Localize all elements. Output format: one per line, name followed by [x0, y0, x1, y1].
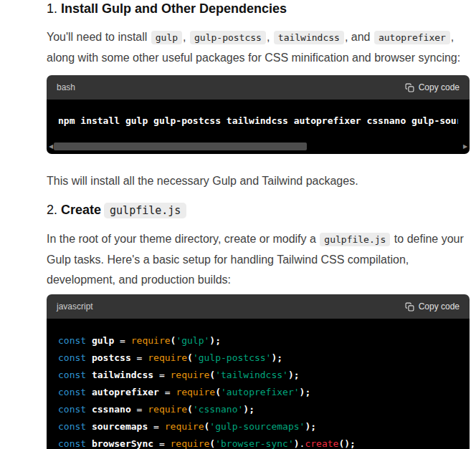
copy-icon [405, 302, 414, 312]
hscrollbar-thumb[interactable] [54, 143, 307, 150]
code-content: const gulp = require('gulp');const postc… [47, 319, 470, 449]
paragraph: In the root of your theme directory, cre… [47, 229, 470, 290]
inline-code: gulpfile.js [104, 203, 186, 218]
copy-code-button[interactable]: Copy code [405, 82, 460, 92]
text-segment: , [183, 31, 189, 43]
heading-number: 1. [47, 1, 61, 16]
heading-number: 2. [47, 203, 61, 217]
section-heading-2: 2. Creategulpfile.js [47, 200, 470, 221]
heading-title: Create [61, 203, 101, 217]
scroll-left-arrow-icon[interactable]: ◀ [48, 141, 54, 152]
code-line: npm install gulp gulp-postcss tailwindcs… [58, 112, 458, 130]
code-line: const sourcemaps = require('gulp-sourcem… [58, 418, 458, 435]
inline-code: gulp-postcss [190, 31, 266, 44]
copy-code-button[interactable]: Copy code [405, 301, 460, 312]
code-line: const browserSync = require('browser-syn… [58, 435, 458, 449]
code-text: const gulp = require('gulp');const postc… [58, 332, 458, 449]
text-segment: In the root of your theme directory, cre… [47, 233, 319, 245]
code-block-header: bash Copy code [47, 75, 470, 100]
copy-icon [405, 83, 414, 92]
paragraph: This will install all the necessary Gulp… [47, 171, 470, 191]
horizontal-scrollbar[interactable]: ◀ ▶ [48, 141, 468, 152]
code-block-bash: bash Copy code npm install gulp gulp-pos… [47, 75, 470, 154]
code-line: const postcss = require('gulp-postcss'); [58, 349, 458, 367]
copy-code-label: Copy code [419, 82, 460, 92]
text-segment: , [267, 31, 273, 43]
heading-title: Install Gulp and Other Dependencies [61, 1, 287, 16]
text-segment: You'll need to install [47, 31, 151, 43]
inline-code: autoprefixer [374, 31, 450, 44]
assistant-message: 1. Install Gulp and Other Dependencies Y… [47, 0, 470, 449]
code-content: npm install gulp gulp-postcss tailwindcs… [47, 100, 470, 154]
code-text: npm install gulp gulp-postcss tailwindcs… [58, 112, 458, 130]
code-language-label: javascript [57, 301, 93, 312]
section-heading-1: 1. Install Gulp and Other Dependencies [47, 0, 470, 18]
copy-code-label: Copy code [419, 301, 460, 312]
text-segment: , and [345, 31, 373, 43]
code-line: const autoprefixer = require('autoprefix… [58, 384, 458, 401]
code-line: const tailwindcss = require('tailwindcss… [58, 367, 458, 384]
inline-code: tailwindcss [274, 31, 344, 44]
code-line: const cssnano = require('cssnano'); [58, 401, 458, 418]
code-block-header: javascript Copy code [47, 294, 470, 319]
paragraph: You'll need to install gulp, gulp-postcs… [47, 27, 470, 68]
text-segment: This will install all the necessary Gulp… [47, 175, 358, 187]
scrollbar-track[interactable] [54, 143, 462, 150]
code-language-label: bash [57, 82, 75, 92]
scroll-right-arrow-icon[interactable]: ▶ [462, 141, 468, 152]
inline-code: gulp [151, 31, 182, 44]
code-block-javascript: javascript Copy code const gulp = requir… [47, 294, 470, 449]
inline-code: gulpfile.js [320, 233, 390, 246]
code-line: const gulp = require('gulp'); [58, 332, 458, 349]
